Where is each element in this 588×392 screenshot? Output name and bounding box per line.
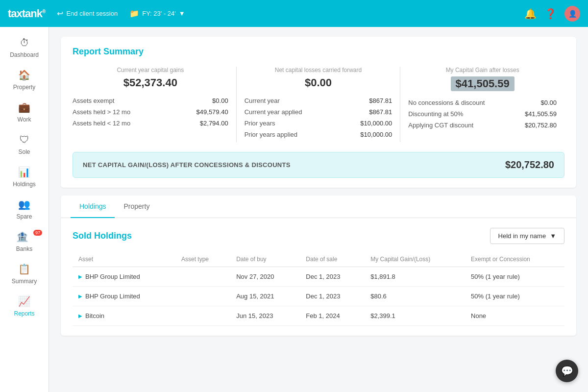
summary-grid: Current year capital gains $52,373.40 As…: [73, 67, 564, 142]
detail-row-cgt-discount: Applying CGT discount $20,752.80: [408, 122, 557, 129]
col-header-date-sale: Date of sale: [300, 252, 365, 267]
cell-date-sale: Dec 1, 2023: [300, 287, 365, 306]
cell-exempt: 50% (1 year rule): [465, 287, 564, 306]
sidebar-item-sole[interactable]: 🛡 Sole: [0, 128, 49, 160]
col-header-asset: Asset: [73, 252, 175, 267]
sidebar-item-spare[interactable]: 👥 Spare: [0, 193, 49, 225]
cell-date-buy: Aug 15, 2021: [230, 287, 300, 306]
sold-holdings-title: Sold Holdings: [73, 231, 132, 241]
chevron-down-icon: ▼: [550, 232, 556, 240]
cell-asset-type: [175, 287, 230, 306]
tab-holdings[interactable]: Holdings: [71, 196, 115, 218]
detail-row-current-year: Current year $867.81: [245, 97, 392, 104]
avatar[interactable]: 👤: [564, 6, 580, 22]
col-header-exempt: Exempt or Concession: [465, 252, 564, 267]
sidebar: ⏱ Dashboard 🏠 Property 💼 Work 🛡 Sole 📊 H…: [0, 27, 49, 392]
arrow-left-icon: ↩: [57, 9, 63, 18]
sidebar-item-dashboard[interactable]: ⏱ Dashboard: [0, 31, 49, 63]
held-in-my-name-dropdown[interactable]: Held in my name ▼: [490, 228, 564, 244]
cell-asset-type: [175, 267, 230, 287]
detail-row-prior-years: Prior years $10,000.00: [245, 120, 392, 127]
cell-capital-gain: $2,399.1: [365, 306, 465, 326]
table-body: ▶ BHP Group Limited Nov 27, 2020 Dec 1, …: [73, 267, 564, 326]
cell-date-buy: Jun 15, 2023: [230, 306, 300, 326]
sidebar-item-property[interactable]: 🏠 Property: [0, 63, 49, 96]
detail-row-current-year-applied: Current year applied $867.81: [245, 108, 392, 116]
table-row[interactable]: ▶ BHP Group Limited Nov 27, 2020 Dec 1, …: [73, 267, 564, 287]
chat-bubble-button[interactable]: 💬: [556, 360, 578, 382]
cell-exempt: 50% (1 year rule): [465, 267, 564, 287]
current-year-gains-value: $52,373.40: [123, 76, 177, 89]
col-header-date-buy: Date of buy: [230, 252, 300, 267]
table-row[interactable]: ▶ BHP Group Limited Aug 15, 2021 Dec 1, …: [73, 287, 564, 306]
fy-selector[interactable]: 📁 FY: 23' - 24' ▼: [129, 9, 185, 18]
chevron-down-icon: ▼: [179, 10, 185, 17]
row-expand-icon: ▶: [78, 294, 82, 299]
summary-col-current-year: Current year capital gains $52,373.40 As…: [73, 67, 237, 142]
holdings-icon: 📊: [18, 165, 31, 179]
detail-row-assets-exempt: Assets exempt $0.00: [73, 97, 228, 104]
summary-col-capital-gain: My Capital Gain after losses $41,505.59 …: [400, 67, 564, 142]
detail-row-no-concessions: No concessions & discount $0.00: [408, 99, 557, 106]
sole-icon: 🛡: [18, 133, 31, 147]
dashboard-icon: ⏱: [18, 36, 31, 49]
help-button[interactable]: ❓: [544, 8, 557, 20]
col-header-capital-gain: My Capital Gain/(Loss): [365, 252, 465, 267]
logo: taxtank®: [8, 7, 45, 20]
net-losses-value: $0.00: [305, 76, 332, 89]
tab-property[interactable]: Property: [115, 196, 158, 218]
col-header-asset-type: Asset type: [175, 252, 230, 267]
calendar-icon: 📁: [129, 9, 139, 18]
nav-right: 🔔 ❓ 👤: [524, 6, 580, 22]
sidebar-item-work[interactable]: 💼 Work: [0, 96, 49, 128]
holdings-table: Asset Asset type Date of buy Date of sal…: [73, 252, 564, 326]
cell-capital-gain: $1,891.8: [365, 267, 465, 287]
report-summary-title: Report Summary: [73, 47, 564, 57]
detail-row-discounting-50: Discounting at 50% $41,505.59: [408, 110, 557, 118]
banks-badge: 97: [33, 230, 42, 236]
work-icon: 💼: [18, 100, 31, 114]
cell-asset: ▶ BHP Group Limited: [73, 267, 175, 287]
cell-date-buy: Nov 27, 2020: [230, 267, 300, 287]
sidebar-item-reports[interactable]: 📈 Reports: [0, 290, 49, 322]
spare-icon: 👥: [18, 197, 31, 211]
net-gain-banner: NET CAPITAL GAIN/(LOSS) AFTER CONCESSION…: [73, 152, 564, 178]
cell-capital-gain: $80.6: [365, 287, 465, 306]
cell-date-sale: Dec 1, 2023: [300, 267, 365, 287]
row-expand-icon: ▶: [78, 274, 82, 279]
tabs-content: Sold Holdings Held in my name ▼ Asset As…: [61, 218, 576, 336]
cell-date-sale: Feb 1, 2024: [300, 306, 365, 326]
net-gain-label: NET CAPITAL GAIN/(LOSS) AFTER CONCESSION…: [83, 161, 291, 169]
cell-exempt: None: [465, 306, 564, 326]
property-icon: 🏠: [18, 68, 31, 82]
table-row[interactable]: ▶ Bitcoin Jun 15, 2023 Feb 1, 2024 $2,39…: [73, 306, 564, 326]
detail-row-prior-years-applied: Prior years applied $10,000.00: [245, 131, 392, 138]
chat-icon: 💬: [561, 365, 573, 377]
banks-icon: 🏦97: [18, 230, 31, 244]
sold-holdings-header: Sold Holdings Held in my name ▼: [73, 228, 564, 244]
summary-icon: 📋: [18, 262, 31, 276]
tabs-card: Holdings Property Sold Holdings Held in …: [61, 196, 576, 336]
cell-asset-type: [175, 306, 230, 326]
sidebar-item-summary[interactable]: 📋 Summary: [0, 257, 49, 290]
cell-asset: ▶ Bitcoin: [73, 306, 175, 326]
row-expand-icon: ▶: [78, 313, 82, 318]
report-summary-card: Report Summary Current year capital gain…: [61, 37, 576, 188]
layout: ⏱ Dashboard 🏠 Property 💼 Work 🛡 Sole 📊 H…: [0, 27, 588, 392]
summary-col-net-losses: Net capital losses carried forward $0.00…: [237, 67, 401, 142]
sidebar-item-banks[interactable]: 🏦97 Banks: [0, 225, 49, 257]
tabs-header: Holdings Property: [61, 196, 576, 218]
table-header: Asset Asset type Date of buy Date of sal…: [73, 252, 564, 267]
capital-gain-value: $41,505.59: [451, 76, 514, 91]
main-content: Report Summary Current year capital gain…: [49, 27, 588, 392]
detail-row-assets-held-lt12: Assets held < 12 mo $2,794.00: [73, 120, 228, 127]
cell-asset: ▶ BHP Group Limited: [73, 287, 175, 306]
top-nav: taxtank® ↩ End client session 📁 FY: 23' …: [0, 0, 588, 27]
detail-row-assets-held-gt12: Assets held > 12 mo $49,579.40: [73, 108, 228, 116]
sidebar-item-holdings[interactable]: 📊 Holdings: [0, 160, 49, 193]
net-gain-value: $20,752.80: [505, 159, 554, 171]
end-session-button[interactable]: ↩ End client session: [57, 9, 118, 18]
reports-icon: 📈: [18, 294, 31, 308]
notifications-button[interactable]: 🔔: [524, 8, 537, 20]
